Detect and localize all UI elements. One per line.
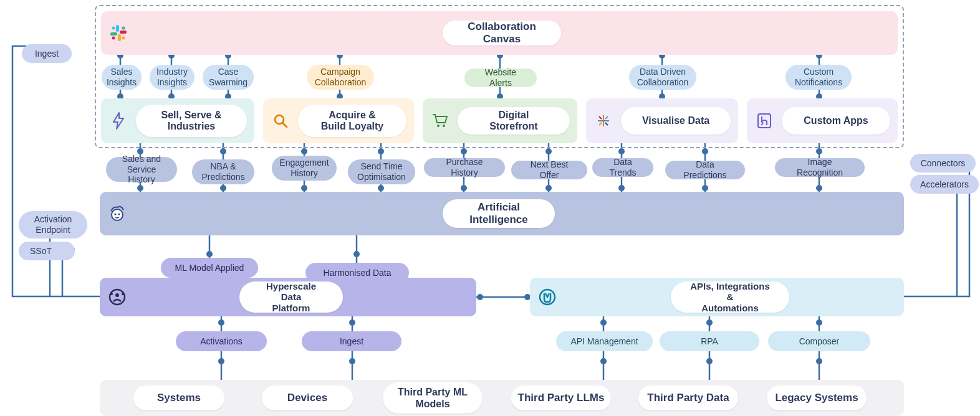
svg-point-93 <box>706 358 713 364</box>
svg-point-77 <box>702 185 708 191</box>
tag-data-collab: Data Driven Collaboration <box>629 65 696 90</box>
cdp-icon <box>100 288 135 306</box>
svg-point-69 <box>816 148 822 154</box>
svg-point-114 <box>112 209 123 220</box>
tableau-icon <box>586 113 621 129</box>
tag-composer: Composer <box>768 331 870 351</box>
label: Connectors <box>921 158 966 169</box>
svg-point-76 <box>618 185 625 191</box>
svg-line-104 <box>282 123 287 127</box>
pill-activation-endpoint: Activation Endpoint <box>19 211 87 239</box>
svg-rect-95 <box>116 25 119 32</box>
svg-point-65 <box>461 148 467 154</box>
box-visualise: Visualise Data <box>586 98 738 143</box>
svg-point-94 <box>816 358 822 364</box>
svg-rect-98 <box>120 31 127 34</box>
tag-nbo: Next Best Offer <box>511 161 587 179</box>
svg-point-115 <box>114 213 116 215</box>
svg-point-99 <box>112 27 115 30</box>
bottom-legacy: Legacy Systems <box>767 385 867 410</box>
svg-point-100 <box>122 27 125 30</box>
svg-point-89 <box>816 319 822 326</box>
tag-nba: NBA & Predictions <box>192 159 254 184</box>
svg-point-101 <box>122 37 125 40</box>
mulesoft-icon <box>530 288 565 306</box>
svg-point-90 <box>218 358 224 364</box>
bottom-devices: Devices <box>262 385 353 410</box>
acquire-title: Acquire & Build Loyalty <box>298 105 406 137</box>
custom-apps-title: Custom Apps <box>782 107 890 135</box>
pill-connectors: Connectors <box>910 154 976 173</box>
svg-point-71 <box>220 185 226 191</box>
svg-point-68 <box>702 148 708 154</box>
svg-line-111 <box>605 116 608 119</box>
tag-data-predictions: Data Predictions <box>665 161 745 179</box>
svg-point-80 <box>353 251 360 257</box>
svg-point-119 <box>110 293 113 295</box>
box-storefront: Digital Storefront <box>423 98 577 143</box>
label: Accelerators <box>920 179 969 190</box>
tag-industry-insights: Industry Insights <box>150 65 195 90</box>
tag-purchase-history: Purchase History <box>424 158 505 177</box>
apis-title: APIs, Integrations & Automations <box>671 281 789 313</box>
svg-point-118 <box>115 293 119 297</box>
svg-line-110 <box>605 123 608 125</box>
ai-title: Artificial Intelligence <box>443 199 555 228</box>
label: Ingest <box>35 49 59 59</box>
svg-point-116 <box>118 213 120 215</box>
svg-point-86 <box>349 319 355 326</box>
tag-campaign-collab: Campaign Collaboration <box>307 65 374 90</box>
label: SSoT <box>30 246 52 257</box>
tag-image-recognition: Image Recognition <box>775 158 865 177</box>
svg-line-112 <box>599 123 602 125</box>
sell-serve-title: Sell, Serve & Industries <box>136 105 247 137</box>
tag-sales-history: Sales and Service History <box>106 157 177 182</box>
collab-canvas-title: Collaboration Canvas <box>443 21 561 45</box>
svg-point-88 <box>706 319 713 326</box>
svg-point-67 <box>618 148 625 154</box>
svg-point-63 <box>301 148 307 154</box>
slack-icon <box>101 24 136 42</box>
visualise-title: Visualise Data <box>621 107 731 135</box>
svg-point-64 <box>378 148 384 154</box>
heroku-icon <box>747 113 782 129</box>
svg-line-109 <box>599 116 602 119</box>
box-sell-serve: Sell, Serve & Industries <box>101 98 254 143</box>
tag-sales-insights: Sales Insights <box>102 65 142 90</box>
lightning-icon <box>101 111 136 130</box>
svg-rect-96 <box>110 32 117 35</box>
svg-rect-97 <box>118 34 121 41</box>
svg-point-85 <box>218 319 224 326</box>
svg-point-73 <box>378 185 384 191</box>
tag-rpa: RPA <box>660 331 759 351</box>
box-custom-apps: Custom Apps <box>747 98 898 143</box>
svg-point-72 <box>301 185 307 191</box>
tag-case-swarming: Case Swarming <box>203 65 254 90</box>
cart-icon <box>423 113 458 129</box>
svg-point-70 <box>137 185 143 191</box>
svg-point-66 <box>545 148 552 154</box>
tag-api-management: API Management <box>556 331 653 351</box>
tag-ingest-bottom: Ingest <box>302 331 401 351</box>
svg-point-120 <box>122 293 124 295</box>
svg-point-75 <box>545 185 552 191</box>
bottom-tpdata: Third Party Data <box>638 385 738 410</box>
tag-engagement-history: Engagement History <box>272 156 337 181</box>
bottom-tpml: Third Party ML Models <box>383 382 483 414</box>
svg-point-79 <box>206 251 213 257</box>
storefront-title: Digital Storefront <box>458 107 570 135</box>
svg-point-87 <box>600 319 607 326</box>
tag-send-time: Send Time Optimisation <box>348 159 415 184</box>
tag-custom-notif: Custom Notifications <box>785 65 852 90</box>
search-icon <box>263 113 298 129</box>
label: Activation Endpoint <box>34 214 72 235</box>
svg-point-62 <box>220 148 226 154</box>
bottom-systems: Systems <box>133 385 224 410</box>
svg-point-92 <box>600 358 607 364</box>
svg-point-74 <box>461 185 467 191</box>
svg-point-106 <box>443 125 445 127</box>
tag-ml-applied: ML Model Applied <box>161 258 258 278</box>
hyperscale-title: Hyperscale Data Platform <box>239 281 343 313</box>
bottom-tpllm: Third Party LLMs <box>511 385 611 410</box>
einstein-icon <box>100 204 135 224</box>
